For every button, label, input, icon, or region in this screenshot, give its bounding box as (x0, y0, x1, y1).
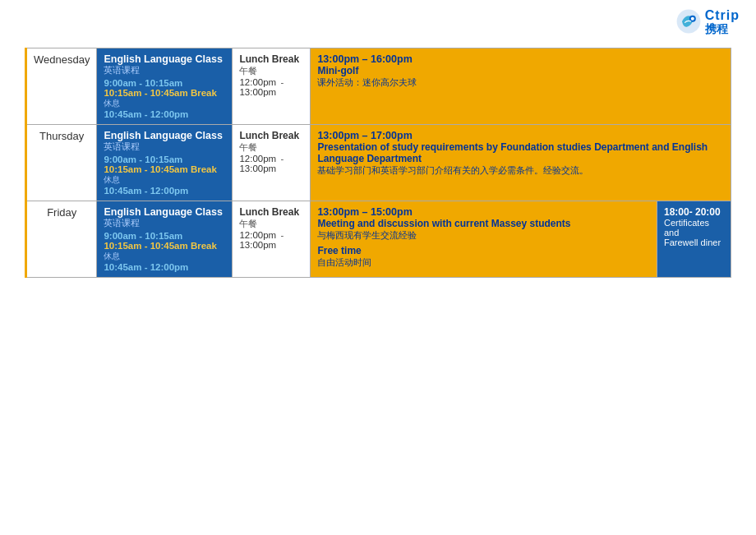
afternoon-cell-wednesday: 13:00pm – 16:00pm Mini-golf 课外活动：迷你高尔夫球 (311, 48, 731, 124)
aft-extra-title: Free time (317, 245, 650, 256)
morning-cell-wednesday: English Language Class 英语课程 9:00am - 10:… (97, 48, 233, 124)
class-cn: 英语课程 (104, 141, 225, 153)
day-cell-thursday: Thursday (26, 124, 97, 201)
extra-line3: Farewell diner (664, 238, 724, 247)
aft-time: 13:00pm – 17:00pm (317, 130, 724, 141)
time-line-2: 10:45am - 12:00pm (104, 109, 225, 119)
break-line: 10:15am - 10:45am Break (104, 164, 225, 174)
day-label: Wednesday (34, 53, 90, 66)
rest-cn: 休息 (104, 251, 225, 262)
time-line-1: 9:00am - 10:15am (104, 231, 225, 241)
logo-box: Ctrip 携程 (675, 8, 740, 35)
class-title: English Language Class (104, 206, 225, 218)
morning-cell-thursday: English Language Class 英语课程 9:00am - 10:… (97, 124, 233, 201)
lunch-cn: 午餐 (239, 65, 303, 77)
ctrip-label: Ctrip (705, 8, 740, 23)
class-cn: 英语课程 (104, 218, 225, 229)
logo-area: Ctrip 携程 (0, 0, 756, 39)
lunch-title: Lunch Break (239, 130, 303, 141)
afternoon-cell-thursday: 13:00pm – 17:00pm Presentation of study … (311, 124, 731, 201)
extra-line1: Certificates (664, 218, 724, 228)
lunch-cell-wednesday: Lunch Break 午餐 12:00pm - 13:00pm (233, 48, 311, 124)
day-cell-friday: Friday (26, 201, 97, 277)
class-title: English Language Class (104, 53, 225, 65)
class-title: English Language Class (104, 130, 225, 141)
lunch-cell-thursday: Lunch Break 午餐 12:00pm - 13:00pm (233, 124, 311, 201)
table-row: Thursday English Language Class 英语课程 9:0… (26, 124, 731, 201)
extra-line2: and (664, 228, 724, 238)
lunch-times-2: 13:00pm (239, 87, 303, 97)
lunch-times-2: 13:00pm (239, 164, 303, 173)
lunch-times: 12:00pm - (239, 230, 303, 240)
logo-text: Ctrip 携程 (705, 8, 740, 35)
ctrip-logo-icon (675, 8, 702, 35)
break-line: 10:15am - 10:45am Break (104, 88, 225, 98)
time-line-2: 10:45am - 12:00pm (104, 262, 225, 272)
aft-cn: 基础学习部门和英语学习部门介绍有关的入学必需条件。经验交流。 (317, 164, 724, 177)
extra-cell-friday: 18:00- 20:00 Certificates and Farewell d… (657, 201, 731, 277)
day-label: Friday (47, 206, 76, 219)
class-cn: 英语课程 (104, 65, 225, 76)
morning-cell-friday: English Language Class 英语课程 9:00am - 10:… (97, 201, 233, 277)
rest-cn: 休息 (104, 98, 225, 109)
rest-cn: 休息 (104, 174, 225, 186)
table-row: Friday English Language Class 英语课程 9:00a… (26, 201, 731, 277)
break-line: 10:15am - 10:45am Break (104, 241, 225, 251)
lunch-times-2: 13:00pm (239, 240, 303, 250)
lunch-times: 12:00pm - (239, 77, 303, 87)
aft-cn: 与梅西现有学生交流经验 (317, 229, 650, 242)
lunch-cell-friday: Lunch Break 午餐 12:00pm - 13:00pm (233, 201, 311, 277)
page: Ctrip 携程 Wednesday English Language Clas… (0, 0, 756, 535)
aft-title: Mini-golf (317, 65, 724, 76)
lunch-title: Lunch Break (239, 53, 303, 65)
aft-cn: 课外活动：迷你高尔夫球 (317, 76, 724, 89)
ctrip-cn-label: 携程 (705, 23, 740, 35)
aft-time: 13:00pm – 16:00pm (317, 53, 724, 65)
lunch-title: Lunch Break (239, 206, 303, 218)
afternoon-cell-friday: 13:00pm – 15:00pm Meeting and discussion… (311, 201, 657, 277)
lunch-cn: 午餐 (239, 218, 303, 230)
aft-extra-cn: 自由活动时间 (317, 256, 650, 269)
time-line-1: 9:00am - 10:15am (104, 155, 225, 164)
extra-time: 18:00- 20:00 (664, 206, 724, 218)
time-line-1: 9:00am - 10:15am (104, 78, 225, 88)
svg-point-2 (690, 17, 694, 21)
day-label: Thursday (39, 130, 84, 142)
aft-title: Meeting and discussion with current Mass… (317, 218, 650, 229)
day-cell-wednesday: Wednesday (26, 48, 97, 124)
schedule-table: Wednesday English Language Class 英语课程 9:… (25, 48, 731, 278)
aft-time: 13:00pm – 15:00pm (317, 206, 650, 218)
table-row: Wednesday English Language Class 英语课程 9:… (26, 48, 731, 124)
time-line-2: 10:45am - 12:00pm (104, 186, 225, 196)
aft-title: Presentation of study requirements by Fo… (317, 141, 724, 164)
lunch-cn: 午餐 (239, 141, 303, 154)
lunch-times: 12:00pm - (239, 154, 303, 164)
